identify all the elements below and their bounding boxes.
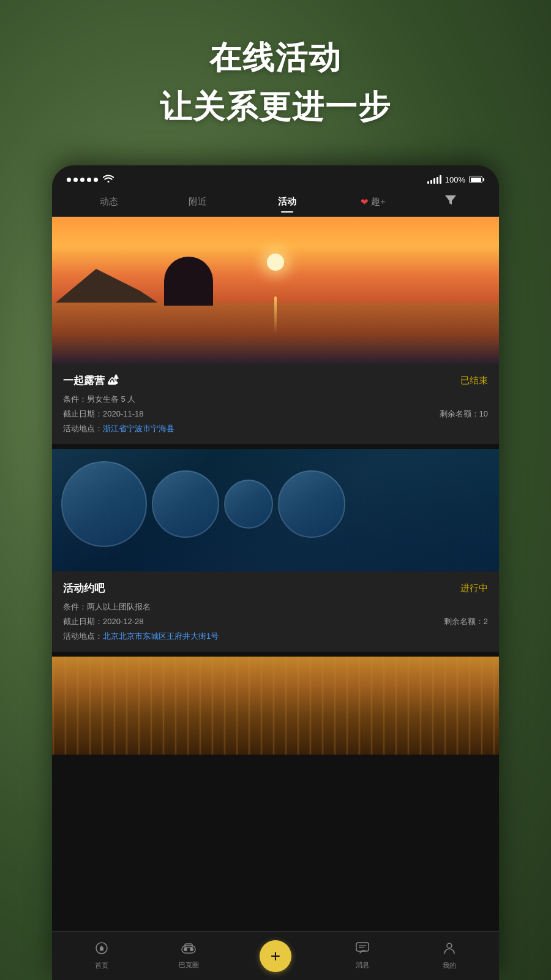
nav-tabs: 动态 附近 活动 ❤ 趣+ [52,190,499,217]
dot1 [67,178,71,182]
add-button[interactable]: + [260,940,291,972]
scroll-content[interactable]: 一起露营 🏕 已结束 条件：男女生各 5 人 截止日期：2020-11-18 剩… [52,217,499,958]
card2-title-row: 活动约吧 进行中 [63,581,488,595]
tab-interest-label: 趣+ [371,196,386,208]
card1-deadline: 截止日期：2020-11-18 [63,409,144,420]
activity-card-2: 活动约吧 进行中 条件：两人以上团队报名 截止日期：2020-12-28 剩余名… [52,449,499,652]
card2-title: 活动约吧 [63,581,105,595]
card1-image [52,217,499,364]
sun-reflection [274,296,277,333]
mountain-silhouette [52,269,162,306]
person-silhouette [164,257,213,306]
nav-home-label: 首页 [95,961,108,970]
svg-point-9 [447,943,452,948]
water-ripples [52,657,499,755]
card2-info: 活动约吧 进行中 条件：两人以上团队报名 截止日期：2020-12-28 剩余名… [52,571,499,652]
signal-bars-icon [427,175,441,184]
card-divider-2 [52,652,499,657]
signal-bar-3 [433,178,435,184]
card2-condition: 条件：两人以上团队报名 [63,601,488,612]
bakecircle-icon [181,942,196,958]
activity-card-3 [52,657,499,755]
nav-home[interactable]: 首页 [58,941,145,970]
top-text-area: 在线活动 让关系更进一步 [0,37,551,129]
svg-point-4 [190,948,193,951]
signal-percent: 100% [445,175,465,184]
tab-dynamics[interactable]: 动态 [94,194,124,210]
nav-mine[interactable]: 我的 [406,941,493,970]
dot5 [94,178,98,182]
tab-activity[interactable]: 活动 [272,194,302,210]
filter-icon[interactable] [444,194,457,210]
card2-deadline-row: 截止日期：2020-12-28 剩余名额：2 [63,616,488,627]
dot2 [73,178,78,182]
card2-remaining: 剩余名额：2 [444,616,488,627]
card1-status: 已结束 [460,375,488,386]
nav-message-label: 消息 [356,960,369,970]
card2-deadline: 截止日期：2020-12-28 [63,616,144,627]
bottom-nav: 首页 巴克圈 + [52,931,499,980]
home-icon [95,941,108,959]
card1-remaining: 剩余名额：10 [440,409,488,420]
activity-card-1: 一起露营 🏕 已结束 条件：男女生各 5 人 截止日期：2020-11-18 剩… [52,217,499,444]
sun [267,254,284,271]
card2-status: 进行中 [460,582,488,594]
nav-mine-label: 我的 [443,961,456,970]
mine-icon [443,941,456,959]
dots [67,178,98,182]
battery-icon [469,176,484,183]
title-line1: 在线活动 [0,37,551,80]
message-icon [356,942,369,958]
card1-condition: 条件：男女生各 5 人 [63,394,488,405]
condition-label: 条件： [63,394,87,404]
svg-rect-6 [356,943,369,951]
svg-marker-1 [100,946,103,951]
tab-nearby[interactable]: 附近 [182,194,213,210]
wifi-icon [103,174,114,185]
signal-bar-5 [440,175,441,184]
nav-add-center: + [232,940,319,972]
card1-title: 一起露营 🏕 [63,374,118,388]
condition-value: 男女生各 5 人 [87,394,135,404]
card3-image [52,657,499,755]
card-divider-1 [52,444,499,449]
signal-bar-2 [430,180,432,184]
nav-bakecircle-label: 巴克圈 [179,960,199,970]
card2-location: 活动地点：北京北京市东城区王府井大街1号 [63,631,488,642]
svg-point-3 [184,948,187,951]
card2-condition-text: 条件：两人以上团队报名 [63,601,151,612]
add-icon: + [271,946,280,966]
card1-location: 活动地点：浙江省宁波市宁海县 [63,423,488,434]
phone-container: 100% 动态 附近 活动 ❤ 趣+ [52,165,499,980]
card1-deadline-row: 截止日期：2020-11-18 剩余名额：10 [63,409,488,420]
nav-message[interactable]: 消息 [319,942,406,970]
title-line2: 让关系更进一步 [0,86,551,129]
heart-icon: ❤ [361,197,369,208]
status-right: 100% [427,175,484,184]
industrial-overlay [52,449,499,571]
nav-bakecircle[interactable]: 巴克圈 [145,942,232,970]
status-left [67,174,114,185]
card1-location-link[interactable]: 浙江省宁波市宁海县 [103,424,174,433]
status-bar: 100% [52,165,499,190]
signal-bar-1 [427,181,429,184]
card1-title-row: 一起露营 🏕 已结束 [63,374,488,388]
dot4 [87,178,91,182]
tab-interest[interactable]: ❤ 趣+ [361,194,386,210]
card2-image [52,449,499,571]
dot3 [80,178,84,182]
card2-location-link[interactable]: 北京北京市东城区王府井大街1号 [103,631,219,641]
card1-info: 一起露营 🏕 已结束 条件：男女生各 5 人 截止日期：2020-11-18 剩… [52,364,499,444]
signal-bar-4 [437,177,438,184]
card1-condition-text: 条件：男女生各 5 人 [63,394,135,405]
